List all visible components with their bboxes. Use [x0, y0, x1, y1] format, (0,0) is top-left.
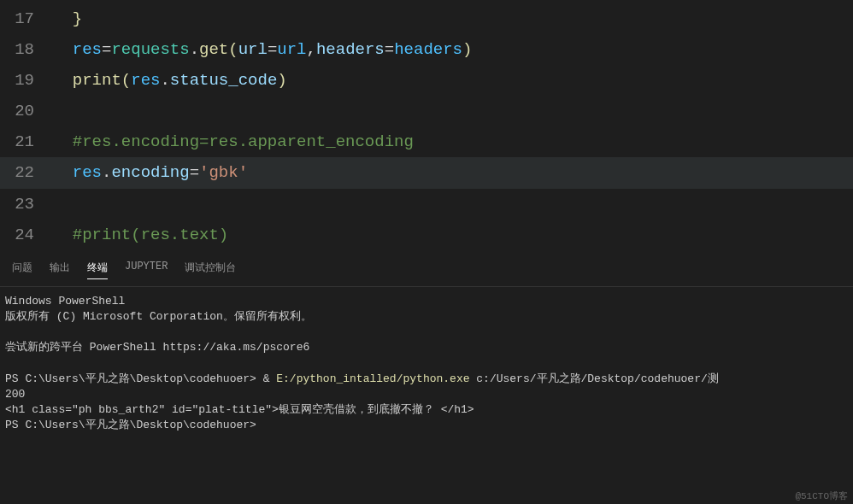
code-line[interactable]: 20: [0, 96, 853, 126]
terminal-output-line: 版权所有 (C) Microsoft Corporation。保留所有权利。: [5, 309, 848, 325]
terminal-output-line: <h1 class="ph bbs_arth2" id="plat-title"…: [5, 402, 848, 418]
tab-debug[interactable]: 调试控制台: [185, 261, 236, 279]
code-line[interactable]: 22 res.encoding='gbk': [0, 157, 853, 188]
line-number: 22: [0, 157, 53, 188]
code-line[interactable]: 24 #print(res.text): [0, 220, 853, 250]
terminal[interactable]: Windows PowerShell 版权所有 (C) Microsoft Co…: [0, 287, 853, 441]
code-content[interactable]: res=requests.get(url=url,headers=headers…: [53, 34, 853, 65]
line-number: 19: [0, 65, 53, 96]
line-number: 17: [0, 3, 53, 34]
code-content[interactable]: #res.encoding=res.apparent_encoding: [53, 126, 853, 157]
panel-tabs: 问题 输出 终端 JUPYTER 调试控制台: [0, 254, 853, 287]
watermark: @51CTO博客: [795, 489, 848, 502]
code-content[interactable]: }: [53, 3, 853, 34]
terminal-output-line: Windows PowerShell: [5, 294, 848, 309]
line-number: 23: [0, 189, 53, 220]
tab-terminal[interactable]: 终端: [87, 261, 108, 279]
terminal-output-line: [5, 356, 848, 372]
line-number: 24: [0, 220, 53, 250]
terminal-command-line: PS C:\Users\平凡之路\Desktop\codehuoer> & E:…: [5, 372, 848, 387]
terminal-output-line: 200: [5, 387, 848, 402]
tab-problems[interactable]: 问题: [12, 261, 32, 279]
line-number: 18: [0, 34, 53, 65]
code-line[interactable]: 23: [0, 189, 853, 220]
terminal-output-line: 尝试新的跨平台 PowerShell https://aka.ms/pscore…: [5, 340, 848, 355]
code-line[interactable]: 19 print(res.status_code): [0, 65, 853, 96]
code-line[interactable]: 17 }: [0, 3, 853, 34]
code-content[interactable]: print(res.status_code): [53, 65, 853, 96]
code-editor[interactable]: 17 }18 res=requests.get(url=url,headers=…: [0, 0, 853, 254]
tab-output[interactable]: 输出: [50, 261, 70, 279]
tab-jupyter[interactable]: JUPYTER: [125, 261, 168, 279]
terminal-output-line: [5, 325, 848, 340]
code-line[interactable]: 21 #res.encoding=res.apparent_encoding: [0, 126, 853, 157]
terminal-prompt[interactable]: PS C:\Users\平凡之路\Desktop\codehuoer>: [5, 418, 848, 433]
line-number: 20: [0, 96, 53, 126]
code-line[interactable]: 18 res=requests.get(url=url,headers=head…: [0, 34, 853, 65]
code-content[interactable]: res.encoding='gbk': [53, 157, 853, 188]
line-number: 21: [0, 126, 53, 157]
code-content[interactable]: #print(res.text): [53, 220, 853, 250]
